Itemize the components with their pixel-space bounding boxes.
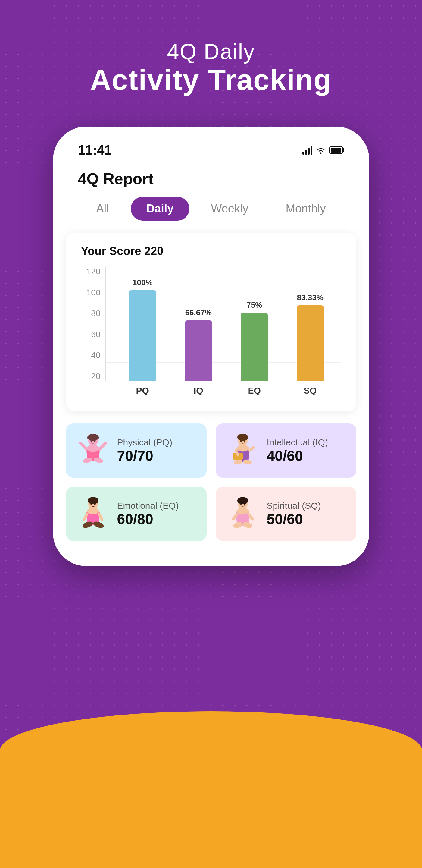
app-title: 4Q Report bbox=[78, 170, 154, 187]
score-info-eq: Emotional (EQ) 60/80 bbox=[117, 501, 179, 527]
bar-sq-rect bbox=[297, 305, 324, 381]
score-card-iq: Intellectual (IQ) 40/60 bbox=[216, 424, 356, 478]
score-info-iq: Intellectual (IQ) 40/60 bbox=[267, 437, 328, 464]
svg-point-29 bbox=[94, 504, 96, 505]
bar-eq: 75% EQ bbox=[235, 301, 273, 381]
svg-point-0 bbox=[320, 153, 321, 154]
score-category-pq: Physical (PQ) bbox=[117, 437, 172, 447]
tab-weekly[interactable]: Weekly bbox=[195, 197, 264, 221]
y-label-80: 80 bbox=[81, 309, 104, 318]
svg-line-16 bbox=[250, 447, 253, 451]
avatar-iq bbox=[225, 433, 261, 469]
score-card-pq: Physical (PQ) 70/70 bbox=[66, 424, 207, 478]
score-value-pq: 70/70 bbox=[117, 447, 172, 464]
avatar-pq bbox=[75, 433, 111, 469]
bar-iq: 66.67% IQ bbox=[180, 308, 218, 381]
bar-eq-rect bbox=[241, 313, 268, 381]
tab-daily[interactable]: Daily bbox=[131, 197, 190, 221]
y-label-40: 40 bbox=[81, 350, 104, 360]
avatar-sq bbox=[225, 496, 261, 532]
svg-line-15 bbox=[236, 451, 238, 455]
bar-pq-label: PQ bbox=[136, 385, 149, 396]
orange-wave bbox=[0, 711, 422, 868]
score-grid: Physical (PQ) 70/70 bbox=[66, 424, 356, 541]
status-time: 11:41 bbox=[78, 143, 112, 158]
score-card-eq: Emotional (EQ) 60/80 bbox=[66, 487, 207, 541]
chart-card: Your Score 220 20 40 60 80 100 120 100% … bbox=[66, 233, 356, 411]
y-label-60: 60 bbox=[81, 330, 104, 339]
bar-iq-rect bbox=[185, 320, 212, 381]
signal-icon bbox=[302, 146, 312, 155]
header-subtitle: 4Q Daily bbox=[0, 39, 422, 64]
bar-iq-label: IQ bbox=[194, 385, 203, 396]
tab-all[interactable]: All bbox=[80, 197, 124, 221]
score-card-sq: Spiritual (SQ) 50/60 bbox=[216, 487, 356, 541]
bar-sq-label: SQ bbox=[304, 385, 317, 396]
svg-point-9 bbox=[94, 440, 96, 442]
wifi-icon bbox=[316, 146, 326, 154]
svg-point-37 bbox=[240, 504, 241, 505]
score-value-sq: 50/60 bbox=[267, 511, 321, 527]
bar-sq: 83.33% SQ bbox=[291, 293, 329, 381]
score-category-sq: Spiritual (SQ) bbox=[267, 501, 321, 511]
bar-sq-percent: 83.33% bbox=[297, 293, 324, 302]
phone-mockup: 11:41 4Q Report All bbox=[53, 127, 369, 566]
app-header: 4Q Report bbox=[66, 167, 356, 197]
y-axis: 20 40 60 80 100 120 bbox=[81, 267, 104, 381]
header-title: Activity Tracking bbox=[0, 64, 422, 96]
bar-pq-rect bbox=[129, 290, 156, 381]
chart-area: 100% PQ 66.67% IQ 75% bbox=[105, 267, 341, 381]
svg-line-27 bbox=[99, 514, 102, 520]
status-icons bbox=[302, 146, 344, 155]
avatar-eq bbox=[75, 496, 111, 532]
bar-iq-percent: 66.67% bbox=[185, 308, 212, 317]
bar-pq-percent: 100% bbox=[133, 278, 153, 287]
y-label-100: 100 bbox=[81, 288, 104, 298]
status-bar: 11:41 bbox=[66, 143, 356, 167]
svg-point-19 bbox=[240, 440, 241, 442]
svg-point-28 bbox=[90, 504, 92, 505]
bar-eq-percent: 75% bbox=[247, 301, 262, 310]
score-value-eq: 60/80 bbox=[117, 511, 179, 527]
score-info-sq: Spiritual (SQ) 50/60 bbox=[267, 501, 321, 527]
score-value-iq: 40/60 bbox=[267, 447, 328, 464]
svg-point-20 bbox=[244, 440, 245, 442]
score-category-iq: Intellectual (IQ) bbox=[267, 437, 328, 447]
battery-icon bbox=[329, 147, 344, 154]
page-header: 4Q Daily Activity Tracking bbox=[0, 39, 422, 96]
score-category-eq: Emotional (EQ) bbox=[117, 501, 179, 511]
bar-pq: 100% PQ bbox=[124, 278, 162, 381]
bar-chart: 20 40 60 80 100 120 100% PQ bbox=[81, 267, 341, 399]
svg-line-6 bbox=[80, 443, 87, 449]
y-label-120: 120 bbox=[81, 267, 104, 276]
tab-bar[interactable]: All Daily Weekly Monthly bbox=[66, 197, 356, 221]
svg-point-38 bbox=[244, 504, 245, 505]
svg-line-36 bbox=[249, 515, 252, 519]
score-info-pq: Physical (PQ) 70/70 bbox=[117, 437, 172, 464]
tab-monthly[interactable]: Monthly bbox=[270, 197, 341, 221]
svg-line-26 bbox=[84, 514, 87, 520]
y-label-20: 20 bbox=[81, 372, 104, 381]
svg-point-8 bbox=[90, 440, 92, 442]
svg-line-35 bbox=[233, 515, 237, 519]
svg-line-7 bbox=[100, 443, 106, 449]
chart-title: Your Score 220 bbox=[81, 245, 341, 258]
bar-eq-label: EQ bbox=[248, 385, 261, 396]
